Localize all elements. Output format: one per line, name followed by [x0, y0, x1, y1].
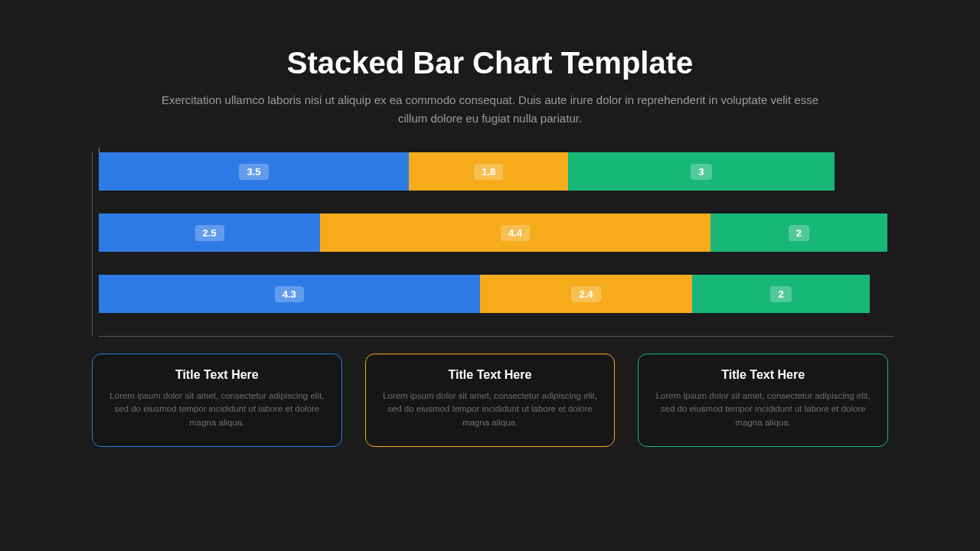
bar-value-label: 1.8: [474, 164, 503, 180]
bar-row: 4.3 2.4 2: [99, 275, 887, 313]
axis-baseline: [99, 336, 893, 337]
bar-row: 3.5 1.8 3: [99, 152, 887, 191]
bar-value-label: 4.3: [275, 286, 304, 302]
bar-value-label: 3: [691, 164, 711, 180]
card-body: Lorem ipsum dolor sit amet, consectetur …: [383, 390, 598, 429]
bar-segment-orange: 2.4: [480, 275, 693, 313]
stacked-bar-chart: 3.5 1.8 3 2.5 4.4 2 4.3 2.4 2: [92, 152, 888, 337]
card-body: Lorem ipsum dolor sit amet, consectetur …: [655, 390, 871, 429]
bar-row: 2.5 4.4 2: [99, 214, 887, 252]
bar-value-label: 2.4: [571, 286, 600, 302]
bar-segment-blue: 3.5: [99, 152, 409, 191]
info-cards: Title Text Here Lorem ipsum dolor sit am…: [92, 354, 888, 447]
card-title: Title Text Here: [383, 368, 598, 382]
bar-segment-green: 2: [710, 214, 887, 252]
info-card-orange: Title Text Here Lorem ipsum dolor sit am…: [365, 354, 616, 447]
bar-segment-blue: 4.3: [99, 275, 480, 313]
bar-value-label: 2.5: [195, 225, 224, 241]
bar-segment-green: 3: [568, 152, 834, 191]
card-body: Lorem ipsum dolor sit amet, consectetur …: [109, 390, 325, 429]
info-card-green: Title Text Here Lorem ipsum dolor sit am…: [638, 354, 888, 447]
bar-segment-blue: 2.5: [99, 214, 320, 252]
page-subtitle: Exercitation ullamco laboris nisi ut ali…: [145, 91, 835, 128]
info-card-blue: Title Text Here Lorem ipsum dolor sit am…: [92, 354, 342, 447]
card-title: Title Text Here: [109, 368, 325, 382]
bar-segment-orange: 4.4: [320, 214, 710, 252]
page-title: Stacked Bar Chart Template: [77, 46, 903, 80]
card-title: Title Text Here: [655, 368, 871, 382]
bar-segment-orange: 1.8: [409, 152, 568, 191]
bar-segment-green: 2: [692, 275, 869, 313]
bar-value-label: 2: [770, 286, 791, 302]
bar-value-label: 3.5: [239, 164, 268, 180]
bar-value-label: 2: [789, 225, 809, 241]
bar-value-label: 4.4: [501, 225, 530, 241]
slide: Stacked Bar Chart Template Exercitation …: [0, 0, 980, 551]
